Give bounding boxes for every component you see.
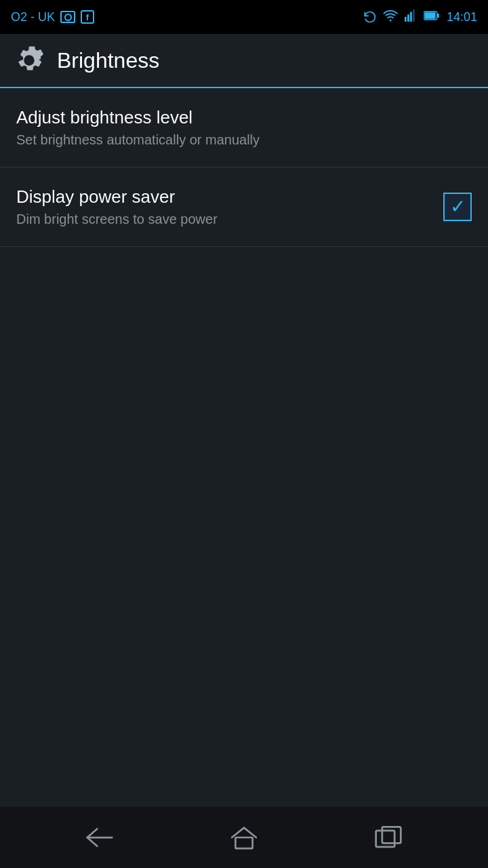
wifi-icon	[383, 9, 398, 25]
svg-rect-6	[424, 12, 435, 18]
svg-rect-7	[235, 837, 252, 848]
main-content: Adjust brightness level Set brightness a…	[0, 88, 488, 807]
svg-rect-5	[437, 14, 439, 18]
rotate-icon	[363, 10, 376, 24]
display-power-saver-checkbox[interactable]: ✓	[443, 193, 472, 221]
svg-rect-1	[407, 14, 409, 22]
back-button[interactable]	[73, 817, 127, 858]
adjust-brightness-title: Adjust brightness level	[16, 107, 472, 128]
status-right: 14:01	[363, 9, 477, 25]
carrier-label: O2 - UK	[11, 10, 55, 24]
display-power-saver-text: Display power saver Dim bright screens t…	[16, 186, 443, 227]
svg-rect-0	[405, 16, 407, 21]
settings-list: Adjust brightness level Set brightness a…	[0, 88, 488, 247]
facebook-icon: f	[81, 10, 94, 24]
nav-bar	[0, 807, 488, 868]
svg-rect-3	[413, 9, 415, 22]
time-label: 14:01	[447, 10, 477, 24]
display-power-saver-subtitle: Dim bright screens to save power	[16, 212, 443, 227]
settings-gear-icon	[14, 45, 45, 76]
app-bar: Brightness	[0, 34, 488, 88]
display-power-saver-item[interactable]: Display power saver Dim bright screens t…	[0, 167, 488, 247]
battery-icon	[424, 9, 440, 25]
svg-rect-8	[376, 831, 395, 847]
display-power-saver-title: Display power saver	[16, 186, 443, 208]
svg-rect-2	[410, 12, 412, 21]
checkmark-icon: ✓	[450, 197, 466, 216]
home-button[interactable]	[217, 817, 271, 858]
svg-rect-9	[382, 827, 401, 843]
photo-icon	[60, 11, 75, 23]
adjust-brightness-item[interactable]: Adjust brightness level Set brightness a…	[0, 88, 488, 167]
status-left: O2 - UK f	[11, 10, 94, 24]
recents-button[interactable]	[361, 817, 415, 858]
adjust-brightness-text: Adjust brightness level Set brightness a…	[16, 107, 472, 148]
status-bar: O2 - UK f	[0, 0, 488, 34]
adjust-brightness-subtitle: Set brightness automatically or manually	[16, 132, 472, 148]
signal-icon	[405, 9, 417, 25]
page-title: Brightness	[57, 48, 159, 73]
